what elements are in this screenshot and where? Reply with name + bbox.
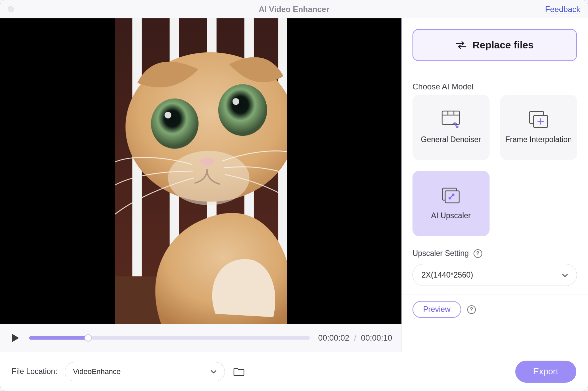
window-title: AI Video Enhancer xyxy=(0,5,588,14)
help-icon[interactable]: ? xyxy=(467,305,476,314)
time-display: 00:00:02 / 00:00:10 xyxy=(318,333,392,343)
file-location-label: File Location: xyxy=(12,367,57,376)
svg-point-11 xyxy=(232,98,239,105)
upscaler-setting-label: Upscaler Setting xyxy=(412,249,469,258)
model-card-label: General Denoiser xyxy=(421,135,481,145)
window-close-button[interactable] xyxy=(8,6,14,12)
current-time: 00:00:02 xyxy=(318,333,349,343)
titlebar: AI Video Enhancer Feedback xyxy=(0,0,588,18)
video-preview[interactable] xyxy=(0,18,401,324)
choose-model-label: Choose AI Model xyxy=(412,82,577,91)
model-card-ai-upscaler[interactable]: AI Upscaler xyxy=(412,171,490,236)
preview-row: Preview ? xyxy=(402,295,588,324)
timeline-knob[interactable] xyxy=(84,334,92,342)
svg-point-9 xyxy=(218,84,267,136)
choose-model-section: Choose AI Model xyxy=(402,72,588,95)
total-time: 00:00:10 xyxy=(361,333,392,343)
chevron-down-icon xyxy=(562,271,568,280)
chevron-down-icon xyxy=(211,367,217,376)
replace-files-button[interactable]: Replace files xyxy=(412,29,577,61)
export-button[interactable]: Export xyxy=(515,361,576,383)
model-grid: General Denoiser Frame Interpolation xyxy=(402,95,588,243)
feedback-link[interactable]: Feedback xyxy=(545,5,580,14)
open-folder-button[interactable] xyxy=(232,366,246,378)
time-separator: / xyxy=(354,333,356,343)
side-panel: Replace files Choose AI Model xyxy=(402,18,588,352)
svg-point-12 xyxy=(168,151,249,205)
svg-point-10 xyxy=(165,112,171,118)
upscaler-setting-row: Upscaler Setting ? xyxy=(402,243,588,258)
play-button[interactable] xyxy=(10,332,21,344)
svg-rect-22 xyxy=(445,191,459,203)
model-card-frame-interpolation[interactable]: Frame Interpolation xyxy=(500,95,577,160)
model-card-label: AI Upscaler xyxy=(431,211,471,221)
help-icon[interactable]: ? xyxy=(474,249,482,258)
timeline-slider[interactable] xyxy=(29,336,310,340)
main-content: 00:00:02 / 00:00:10 Replace files Choose… xyxy=(0,18,588,352)
svg-point-8 xyxy=(151,98,198,149)
ai-upscaler-icon xyxy=(440,186,461,205)
model-card-general-denoiser[interactable]: General Denoiser xyxy=(412,95,490,160)
frame-interpolation-icon xyxy=(528,110,549,129)
bottom-bar: File Location: VideoEnhance Export xyxy=(0,352,588,391)
model-card-label: Frame Interpolation xyxy=(505,135,572,145)
replace-section: Replace files xyxy=(402,18,588,72)
video-frame-image xyxy=(115,18,287,324)
preview-button[interactable]: Preview xyxy=(412,301,461,318)
swap-icon xyxy=(456,41,467,49)
upscaler-setting-value: 2X(1440*2560) xyxy=(421,271,473,280)
player-controls: 00:00:02 / 00:00:10 xyxy=(0,324,401,352)
replace-files-label: Replace files xyxy=(473,39,534,51)
general-denoiser-icon xyxy=(440,110,461,129)
svg-rect-13 xyxy=(442,111,460,124)
timeline-progress xyxy=(29,336,88,340)
upscaler-setting-dropdown[interactable]: 2X(1440*2560) xyxy=(412,264,577,286)
play-icon xyxy=(11,333,20,343)
folder-icon xyxy=(233,367,245,376)
preview-pane: 00:00:02 / 00:00:10 xyxy=(0,18,402,352)
app-window: AI Video Enhancer Feedback xyxy=(0,0,588,391)
file-location-dropdown[interactable]: VideoEnhance xyxy=(65,362,225,381)
file-location-value: VideoEnhance xyxy=(73,367,121,376)
